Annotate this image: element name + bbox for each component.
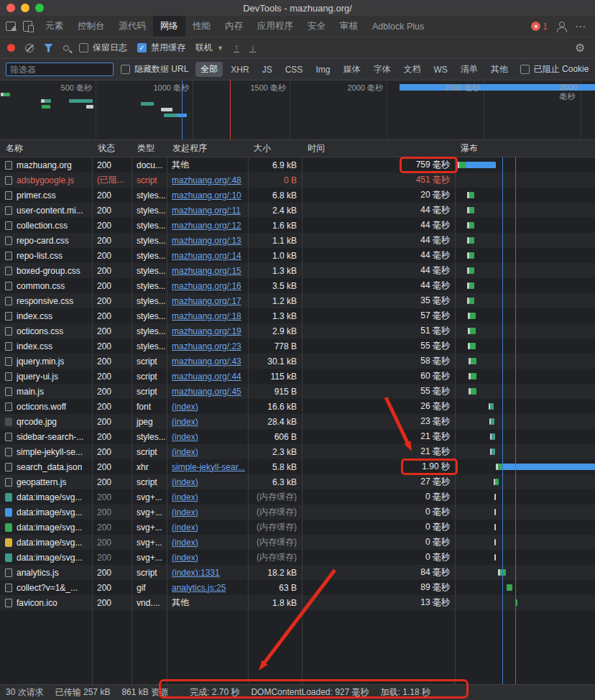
column-header-7[interactable]: 瀑布 bbox=[455, 142, 595, 155]
table-row[interactable]: geopattern.js200script(index)6.3 kB27 毫秒 bbox=[0, 474, 595, 489]
tab-控制台[interactable]: 控制台 bbox=[70, 16, 112, 37]
column-header-3[interactable]: 类型 bbox=[132, 142, 167, 155]
initiator-link[interactable]: mazhuang.org/:18 bbox=[172, 311, 241, 321]
filter-icon[interactable] bbox=[44, 44, 53, 52]
table-row[interactable]: data:image/svg...200svg+...(index)(内存缓存)… bbox=[0, 550, 595, 565]
table-row[interactable]: octicons.css200styles...mazhuang.org/:19… bbox=[0, 323, 595, 339]
table-row[interactable]: simple-jekyll-se...200script(index)2.3 k… bbox=[0, 444, 595, 459]
minimize-button[interactable] bbox=[21, 4, 29, 12]
initiator-link[interactable]: (index) bbox=[172, 447, 198, 457]
tab-审核[interactable]: 审核 bbox=[333, 16, 365, 37]
blocked-cookies-checkbox[interactable] bbox=[520, 65, 530, 74]
column-header-4[interactable]: 发起程序 bbox=[167, 142, 248, 155]
table-row[interactable]: main.js200scriptmazhuang.org/:45915 B55 … bbox=[0, 384, 595, 399]
zoom-button[interactable] bbox=[35, 4, 44, 12]
initiator-link[interactable]: (index) bbox=[172, 402, 198, 412]
more-options-icon[interactable]: ⋯ bbox=[575, 20, 586, 33]
table-row[interactable]: collection.css200styles...mazhuang.org/:… bbox=[0, 218, 595, 233]
table-row[interactable]: repo-list.css200styles...mazhuang.org/:1… bbox=[0, 248, 595, 263]
initiator-link[interactable]: mazhuang.org/:16 bbox=[172, 281, 241, 291]
initiator-link[interactable]: (index) bbox=[172, 477, 198, 487]
initiator-link[interactable]: (index) bbox=[172, 417, 198, 427]
initiator-link[interactable]: mazhuang.org/:11 bbox=[172, 206, 241, 216]
filter-pill-字体[interactable]: 字体 bbox=[368, 62, 395, 77]
initiator-link[interactable]: simple-jekyll-sear... bbox=[172, 462, 245, 472]
table-row[interactable]: adsbygoogle.js(已阻...scriptmazhuang.org/:… bbox=[0, 172, 595, 188]
table-row[interactable]: favicon.ico200vnd....其他1.8 kB13 毫秒 bbox=[0, 595, 595, 610]
initiator-link[interactable]: mazhuang.org/:15 bbox=[172, 266, 241, 276]
column-header-1[interactable]: 名称 bbox=[0, 142, 92, 155]
tab-网络[interactable]: 网络 bbox=[153, 16, 185, 37]
device-toolbar-icon[interactable] bbox=[23, 21, 32, 32]
preserve-log-checkbox[interactable] bbox=[79, 43, 88, 52]
filter-pill-媒体[interactable]: 媒体 bbox=[338, 62, 365, 77]
close-button[interactable] bbox=[6, 4, 15, 12]
initiator-link[interactable]: (index) bbox=[172, 538, 198, 548]
filter-pill-Img[interactable]: Img bbox=[310, 63, 335, 76]
initiator-link[interactable]: analytics.js:25 bbox=[172, 583, 226, 593]
tab-应用程序[interactable]: 应用程序 bbox=[250, 16, 300, 37]
initiator-link[interactable]: mazhuang.org/:12 bbox=[172, 221, 241, 231]
table-row[interactable]: index.css200styles...mazhuang.org/:181.3… bbox=[0, 308, 595, 323]
throttling-select[interactable]: 联机 ▼ bbox=[195, 42, 223, 54]
initiator-link[interactable]: (index) bbox=[172, 553, 198, 563]
table-row[interactable]: analytics.js200script(index):133118.2 kB… bbox=[0, 565, 595, 580]
inspect-element-icon[interactable] bbox=[6, 22, 16, 31]
table-row[interactable]: qrcode.jpg200jpeg(index)28.4 kB23 毫秒 bbox=[0, 414, 595, 429]
table-row[interactable]: user-content.mi...200styles...mazhuang.o… bbox=[0, 203, 595, 218]
table-row[interactable]: collect?v=1&_...200gifanalytics.js:2563 … bbox=[0, 580, 595, 595]
profile-icon[interactable] bbox=[556, 22, 566, 32]
table-row[interactable]: sidebar-search-...200styles...(index)606… bbox=[0, 429, 595, 444]
network-overview[interactable]: 500 毫秒1000 毫秒1500 毫秒2000 毫秒2500 毫秒3000 毫… bbox=[0, 80, 595, 140]
initiator-link[interactable]: (index):1331 bbox=[172, 568, 220, 578]
table-row[interactable]: data:image/svg...200svg+...(index)(内存缓存)… bbox=[0, 520, 595, 535]
table-row[interactable]: search_data.json200xhrsimple-jekyll-sear… bbox=[0, 459, 595, 474]
clear-icon[interactable] bbox=[25, 44, 34, 52]
table-row[interactable]: mazhuang.org200docu...其他6.9 kB759 毫秒 bbox=[0, 157, 595, 172]
table-row[interactable]: common.css200styles...mazhuang.org/:163.… bbox=[0, 278, 595, 293]
disable-cache-checkbox[interactable] bbox=[137, 43, 147, 52]
table-row[interactable]: data:image/svg...200svg+...(index)(内存缓存)… bbox=[0, 489, 595, 505]
import-har-icon[interactable]: ↑ bbox=[234, 43, 240, 52]
filter-pill-清单[interactable]: 清单 bbox=[456, 62, 483, 77]
filter-pill-其他[interactable]: 其他 bbox=[486, 62, 513, 77]
initiator-link[interactable]: mazhuang.org/:17 bbox=[172, 296, 241, 306]
initiator-link[interactable]: mazhuang.org/:10 bbox=[172, 190, 241, 201]
filter-pill-WS[interactable]: WS bbox=[428, 63, 452, 76]
initiator-link[interactable]: (index) bbox=[172, 432, 198, 442]
table-row[interactable]: jquery-ui.js200scriptmazhuang.org/:44115… bbox=[0, 369, 595, 384]
table-row[interactable]: jquery.min.js200scriptmazhuang.org/:4330… bbox=[0, 354, 595, 369]
tab-源代码[interactable]: 源代码 bbox=[112, 16, 154, 37]
export-har-icon[interactable]: ↓ bbox=[249, 43, 256, 52]
initiator-link[interactable]: mazhuang.org/:48 bbox=[172, 175, 241, 185]
table-row[interactable]: data:image/svg...200svg+...(index)(内存缓存)… bbox=[0, 535, 595, 550]
settings-gear-icon[interactable]: ⚙ bbox=[575, 41, 585, 55]
initiator-link[interactable]: mazhuang.org/:19 bbox=[172, 326, 241, 336]
initiator-link[interactable]: (index) bbox=[172, 507, 198, 517]
table-row[interactable]: repo-card.css200styles...mazhuang.org/:1… bbox=[0, 233, 595, 248]
initiator-link[interactable]: mazhuang.org/:14 bbox=[172, 251, 241, 261]
filter-pill-JS[interactable]: JS bbox=[257, 63, 277, 76]
initiator-link[interactable]: mazhuang.org/:45 bbox=[172, 387, 241, 397]
initiator-link[interactable]: mazhuang.org/:13 bbox=[172, 236, 241, 246]
tab-内存[interactable]: 内存 bbox=[218, 16, 250, 37]
error-badge[interactable]: × 1 bbox=[531, 22, 548, 32]
table-row[interactable]: boxed-group.css200styles...mazhuang.org/… bbox=[0, 263, 595, 278]
initiator-link[interactable]: mazhuang.org/:43 bbox=[172, 356, 241, 367]
filter-pill-文档[interactable]: 文档 bbox=[398, 62, 425, 77]
table-row[interactable]: responsive.css200styles...mazhuang.org/:… bbox=[0, 293, 595, 308]
table-row[interactable]: octicons.woff200font(index)16.6 kB26 毫秒 bbox=[0, 399, 595, 414]
initiator-link[interactable]: mazhuang.org/:44 bbox=[172, 372, 241, 382]
filter-pill-全部[interactable]: 全部 bbox=[195, 62, 223, 77]
search-icon[interactable] bbox=[63, 45, 69, 51]
column-header-5[interactable]: 大小 bbox=[248, 142, 302, 155]
column-header-6[interactable]: 时间 bbox=[302, 142, 455, 155]
tab-性能[interactable]: 性能 bbox=[185, 16, 218, 37]
initiator-link[interactable]: (index) bbox=[172, 492, 198, 502]
tab-Adblock Plus[interactable]: Adblock Plus bbox=[365, 16, 431, 37]
record-button[interactable] bbox=[7, 44, 15, 52]
filter-pill-CSS[interactable]: CSS bbox=[280, 63, 308, 76]
initiator-link[interactable]: mazhuang.org/:23 bbox=[172, 341, 241, 351]
initiator-link[interactable]: (index) bbox=[172, 522, 198, 533]
table-row[interactable]: index.css200styles...mazhuang.org/:23778… bbox=[0, 339, 595, 354]
